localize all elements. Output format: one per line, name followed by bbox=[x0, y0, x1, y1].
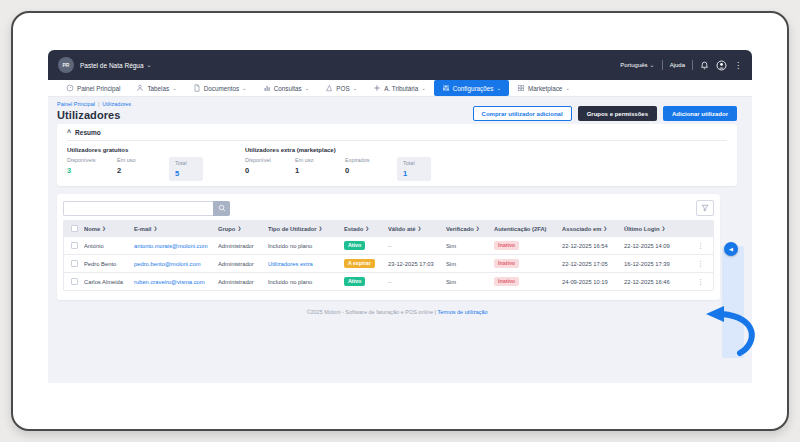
footer: ©2025 Moloni - Software de faturação e P… bbox=[57, 309, 737, 315]
language-selector[interactable]: Português ⌄ bbox=[620, 62, 654, 68]
sliders-icon bbox=[442, 84, 450, 92]
summary-group-free: Utilizadores gratuitos Disponíveis 3 Em … bbox=[67, 147, 203, 181]
status-badge: Ativo bbox=[344, 241, 365, 250]
nav-item-consultas[interactable]: Consultas ⌄ bbox=[255, 80, 318, 96]
cell-nome: Carlos Almeida bbox=[84, 279, 134, 285]
header-tipo[interactable]: Tipo de Utilizador❯ bbox=[268, 226, 344, 232]
chevron-up-icon: ^ bbox=[67, 131, 71, 135]
sort-icon: ❯ bbox=[102, 226, 106, 231]
cell-email-link[interactable]: ruben.craveiro@visma.com bbox=[134, 279, 218, 285]
row-actions-kebab-icon[interactable]: ⋮ bbox=[688, 278, 713, 286]
company-switcher[interactable]: Pastel de Nata Régua ⌄ bbox=[80, 62, 152, 69]
tax-icon bbox=[373, 84, 381, 92]
breadcrumb-link-painel[interactable]: Painel Principal bbox=[57, 101, 95, 107]
header-2fa[interactable]: Autenticação (2FA) bbox=[494, 226, 562, 232]
stat-value: 3 bbox=[67, 166, 117, 175]
company-name: Pastel de Nata Régua bbox=[80, 62, 144, 69]
cell-tipo-link[interactable]: Utilizadores extra bbox=[268, 261, 344, 267]
cell-verificado: Sim bbox=[446, 243, 494, 249]
help-link[interactable]: Ajuda bbox=[670, 62, 685, 68]
cell-email-link[interactable]: pedro.bento@moloni.com bbox=[134, 261, 218, 267]
summary-group-extra: Utilizadores extra (marketplace) Disponí… bbox=[245, 147, 431, 181]
chevron-down-icon: ⌄ bbox=[565, 85, 570, 91]
row-checkbox[interactable] bbox=[71, 278, 78, 285]
stat-value: 5 bbox=[175, 169, 197, 178]
row-actions-kebab-icon[interactable]: ⋮ bbox=[688, 260, 713, 268]
nav-item-configuracoes[interactable]: Configurações ⌄ bbox=[434, 80, 509, 96]
select-all-checkbox[interactable] bbox=[71, 225, 78, 232]
header-grupo[interactable]: Grupo❯ bbox=[218, 226, 268, 232]
table-row: António antonio.morais@moloni.com Admini… bbox=[64, 236, 713, 254]
nav-label: POS bbox=[336, 85, 349, 92]
terms-link[interactable]: Termos de utilização bbox=[437, 309, 487, 315]
add-user-button[interactable]: Adicionar utilizador bbox=[663, 106, 737, 121]
stat-em-uso: Em uso 1 bbox=[295, 157, 345, 175]
summary-collapse-header[interactable]: ^ Resumo bbox=[67, 129, 727, 141]
person-icon bbox=[136, 84, 144, 92]
search-button[interactable] bbox=[213, 201, 230, 216]
nav-item-tabelas[interactable]: Tabelas ⌄ bbox=[128, 80, 184, 96]
nav-item-painel-principal[interactable]: Painel Principal bbox=[58, 80, 128, 96]
stats-row: Disponível 0 Em uso 1 Expirados 0 bbox=[245, 157, 431, 181]
sort-icon: ❯ bbox=[476, 226, 480, 231]
divider bbox=[662, 60, 663, 70]
row-checkbox[interactable] bbox=[71, 242, 78, 249]
main-nav: Painel Principal Tabelas ⌄ Documentos ⌄ … bbox=[48, 80, 752, 97]
cell-email-link[interactable]: antonio.morais@moloni.com bbox=[134, 243, 218, 249]
stat-em-uso: Em uso 2 bbox=[117, 157, 167, 175]
header-valido-ate[interactable]: Válido até❯ bbox=[388, 226, 446, 232]
bell-icon[interactable] bbox=[700, 61, 709, 70]
sort-icon: ❯ bbox=[153, 226, 157, 231]
table-row: Carlos Almeida ruben.craveiro@visma.com … bbox=[64, 272, 713, 290]
groups-permissions-button[interactable]: Grupos e permissões bbox=[578, 106, 657, 121]
buy-additional-user-button[interactable]: Comprar utilizador adicional bbox=[473, 106, 572, 121]
sort-icon: ❯ bbox=[319, 226, 323, 231]
header-associado-em[interactable]: Associado em❯ bbox=[562, 226, 624, 232]
stat-value: 0 bbox=[345, 166, 395, 175]
stat-value: 2 bbox=[117, 166, 167, 175]
footer-text: ©2025 Moloni - Software de faturação e P… bbox=[306, 309, 433, 315]
nav-item-pos[interactable]: POS ⌄ bbox=[317, 80, 365, 96]
cell-associado-em: 22-12-2025 17:05 bbox=[562, 261, 624, 267]
nav-item-tributaria[interactable]: A. Tributária ⌄ bbox=[365, 80, 434, 96]
document-icon bbox=[193, 84, 201, 92]
company-avatar[interactable]: PR bbox=[58, 57, 74, 73]
twofa-badge: Inativo bbox=[494, 277, 519, 286]
cell-valido-ate: – bbox=[388, 279, 446, 285]
nav-label: Tabelas bbox=[147, 85, 169, 92]
header-email[interactable]: E-mail❯ bbox=[134, 226, 218, 232]
kebab-menu-icon[interactable]: ⋮ bbox=[734, 61, 742, 70]
stat-label: Total bbox=[403, 160, 425, 166]
nav-item-documentos[interactable]: Documentos ⌄ bbox=[185, 80, 255, 96]
funnel-icon bbox=[701, 204, 709, 212]
title-block: Painel Principal | Utilizadores Utilizad… bbox=[57, 101, 131, 121]
grid-icon bbox=[517, 84, 525, 92]
row-actions-kebab-icon[interactable]: ⋮ bbox=[688, 242, 713, 250]
breadcrumb-link-utilizadores[interactable]: Utilizadores bbox=[102, 101, 131, 107]
header-verificado[interactable]: Verificado❯ bbox=[446, 226, 494, 232]
row-checkbox[interactable] bbox=[71, 260, 78, 267]
stat-value: 0 bbox=[245, 166, 295, 175]
nav-item-marketplace[interactable]: Marketplace ⌄ bbox=[509, 80, 578, 96]
nav-label: Painel Principal bbox=[77, 85, 120, 92]
header-ultimo-login[interactable]: Último Login❯ bbox=[624, 226, 688, 232]
language-label: Português bbox=[620, 62, 647, 68]
divider bbox=[692, 60, 693, 70]
header-estado[interactable]: Estado❯ bbox=[344, 226, 388, 232]
collapse-arrow-button[interactable]: ◀ bbox=[724, 242, 738, 256]
users-table-card: Nome❯ E-mail❯ Grupo❯ Tipo de Utilizador❯… bbox=[57, 194, 720, 300]
stat-label: Disponível bbox=[245, 157, 295, 163]
stat-disponiveis: Disponíveis 3 bbox=[67, 157, 117, 175]
header-nome[interactable]: Nome❯ bbox=[84, 226, 134, 232]
user-circle-icon[interactable] bbox=[716, 60, 727, 71]
help-label: Ajuda bbox=[670, 62, 685, 68]
filter-button[interactable] bbox=[696, 200, 714, 216]
app-window: PR Pastel de Nata Régua ⌄ Português ⌄ Aj… bbox=[48, 50, 752, 383]
search-input[interactable] bbox=[63, 201, 213, 216]
twofa-badge: Inativo bbox=[494, 241, 519, 250]
search-row bbox=[63, 200, 714, 216]
page-title: Utilizadores bbox=[57, 109, 131, 121]
chevron-down-icon: ⌄ bbox=[172, 85, 177, 91]
cell-associado-em: 24-09-2025 10:19 bbox=[562, 279, 624, 285]
nav-label: Consultas bbox=[274, 85, 302, 92]
